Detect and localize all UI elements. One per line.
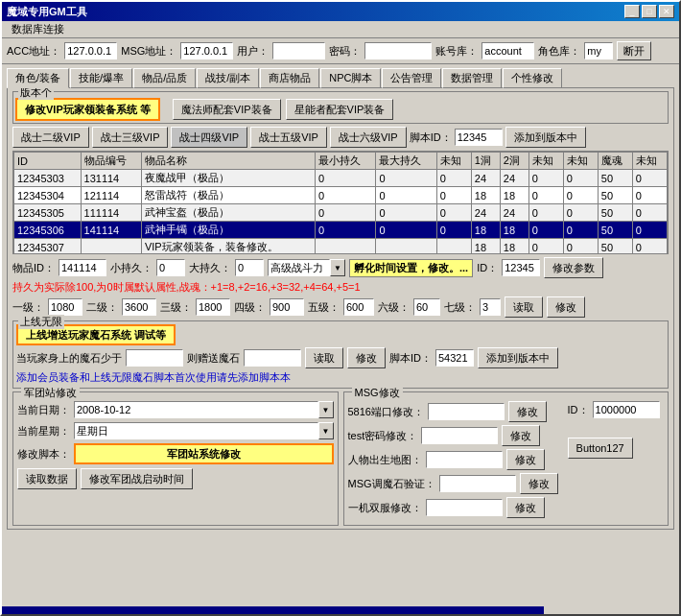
army-title: 军团站修改 [21,386,80,400]
lv4-input[interactable] [270,298,304,316]
acc-label: ACC地址： [7,44,60,59]
max-input[interactable] [235,259,264,276]
table-row[interactable]: 12345305111114武神宝盔（极品）000242400500 [14,204,668,222]
password-input[interactable] [364,42,432,59]
vip-table: ID 物品编号 物品名称 最小持久 最大持久 未知 1洞 2洞 未知 未知 魔魂… [13,152,668,254]
army-highlight-btn[interactable]: 军团站系统修改 [74,443,334,464]
msg-label: MSG地址： [121,44,176,59]
map-input[interactable] [426,451,503,468]
vip-tab-4[interactable]: 战士四级VIP [171,127,247,148]
lv2-input[interactable] [122,298,156,316]
level-modify-btn[interactable]: 修改 [547,296,585,318]
test-modify-btn[interactable]: 修改 [502,425,540,446]
foot-id-input[interactable] [455,129,503,146]
tab-shop-items[interactable]: 商店物品 [260,68,319,88]
maximize-button[interactable]: □ [642,5,657,18]
current-week-row: 当前星期： ▼ [17,422,334,439]
button127[interactable]: Button127 [568,438,633,459]
lv5-input[interactable] [343,298,374,316]
min-input[interactable] [156,259,185,276]
menu-bar: 数据库连接 [2,21,679,38]
verify-modify-btn[interactable]: 修改 [520,473,558,494]
acc-input[interactable] [64,42,117,59]
tab-item-quality[interactable]: 物品/品质 [133,68,196,88]
table-row[interactable]: 12345304121114怒雷战符（极品）000181800500 [14,187,668,204]
col-unk1: 未知 [436,153,471,170]
item-id-label: 物品ID： [12,261,55,275]
upper-note: 添加会员装备和上线无限魔石脚本首次使用请先添加脚本本 [16,370,665,385]
upper-modify-btn[interactable]: 修改 [347,347,386,368]
table-row[interactable]: 12345307VIP玩家领装备，装备修改。181800500 [14,239,668,255]
tab-announcement[interactable]: 公告管理 [382,68,441,88]
week-arrow[interactable]: ▼ [318,422,334,439]
tab-role-equip[interactable]: 角色/装备 [7,68,69,88]
army-modify-time-btn[interactable]: 修改军团战启动时间 [81,468,193,489]
db-label: 账号库： [435,44,478,59]
lv7-input[interactable] [480,298,501,316]
upper-read-btn[interactable]: 读取 [305,347,343,368]
combat-arrow[interactable]: ▼ [330,259,345,276]
week-combo[interactable]: ▼ [74,422,334,439]
msg-id-input[interactable] [593,401,660,418]
menu-db-connect[interactable]: 数据库连接 [6,21,70,37]
army-read-btn[interactable]: 读取数据 [17,468,77,489]
tab-skill-drop[interactable]: 技能/爆率 [70,68,132,88]
tab-personal[interactable]: 个性修改 [503,68,562,88]
upper-section-title: 上线无限 [18,315,64,329]
msg-input[interactable] [180,42,233,59]
upper-min-input[interactable] [126,349,183,367]
close-button[interactable]: ✕ [659,5,674,18]
combat-input[interactable] [268,259,330,276]
vip-tab-2[interactable]: 战士二级VIP [12,127,89,148]
date-combo[interactable]: ▼ [74,401,334,418]
add-to-version-btn[interactable]: 添加到版本中 [505,127,586,148]
table-row[interactable]: 12345303131114夜魔战甲（极品）000242400500 [14,170,668,187]
combat-combo[interactable]: ▼ [268,259,345,276]
upper-row: 上线增送玩家魔石系统 调试等 [16,324,665,345]
vip-system-button[interactable]: 修改VIP玩家领装备系统 等 [15,98,160,121]
vip-tab-3[interactable]: 战士三级VIP [92,127,169,148]
dual-input[interactable] [426,499,503,516]
lv3-input[interactable] [196,298,230,316]
verify-input[interactable] [439,475,516,492]
table-container[interactable]: ID 物品编号 物品名称 最小持久 最大持久 未知 1洞 2洞 未知 未知 魔魂… [12,151,669,254]
msg-right: ID： Button127 [568,401,660,521]
lv6-label: 六级： [378,300,410,315]
date-arrow[interactable]: ▼ [318,401,334,418]
modify-params-btn[interactable]: 修改参数 [544,257,603,278]
lv4-label: 四级： [234,300,266,315]
db-input[interactable] [481,42,534,59]
upper-add-btn[interactable]: 添加到版本中 [478,347,558,368]
role-input[interactable] [584,42,613,59]
test-label: test密码修改： [348,429,418,443]
tab-npc-script[interactable]: NPC脚本 [320,68,381,88]
minimize-button[interactable]: _ [624,5,640,18]
week-input[interactable] [74,422,318,439]
msg-title: MSG修改 [352,386,403,400]
id-input[interactable] [502,259,540,276]
upper-give-input[interactable] [244,349,301,367]
lv1-input[interactable] [48,298,82,316]
lv3-label: 三级： [160,300,192,315]
test-input[interactable] [421,427,498,444]
army-buttons-row: 读取数据 修改军团战启动时间 [17,468,334,489]
tab-battle-dungeon[interactable]: 战技/副本 [197,68,259,88]
mage-vip-tab[interactable]: 魔法师配套VIP装备 [173,99,281,120]
map-modify-btn[interactable]: 修改 [506,449,545,470]
vip-tab-6[interactable]: 战士六级VIP [330,127,407,148]
item-id-input[interactable] [59,259,106,276]
dual-modify-btn[interactable]: 修改 [506,497,545,518]
star-vip-tab[interactable]: 星能者配套VIP装备 [286,99,394,120]
level-read-btn[interactable]: 读取 [505,296,543,318]
tab-data-manage[interactable]: 数据管理 [442,68,502,88]
user-input[interactable] [272,42,325,59]
user-label: 用户： [237,44,269,59]
port-modify-btn[interactable]: 修改 [508,401,547,422]
port-input[interactable] [428,403,505,420]
disconnect-button[interactable]: 断开 [617,41,651,60]
date-input[interactable] [74,401,318,418]
vip-tab-5[interactable]: 战士五级VIP [250,127,327,148]
table-row[interactable]: 12345306141114武神手镯（极品）000181800500 [14,222,668,239]
lv6-input[interactable] [413,298,440,316]
upper-script-input[interactable] [435,349,474,367]
